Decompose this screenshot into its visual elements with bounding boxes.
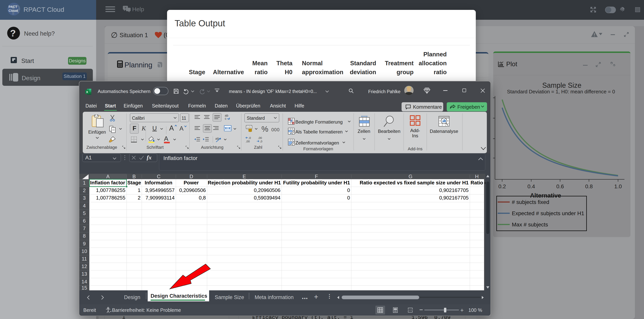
svg-text:0.6: 0.6 — [556, 183, 564, 189]
svg-text:?: ? — [124, 6, 126, 9]
svg-text:0.8: 0.8 — [585, 183, 593, 189]
svg-text:,0: ,0 — [248, 136, 251, 139]
svg-text:0.4: 0.4 — [528, 183, 535, 189]
svg-text:123: 123 — [247, 126, 251, 129]
svg-text:,00: ,00 — [258, 136, 262, 139]
svg-text:ab: ab — [225, 114, 228, 117]
svg-text:,00: ,00 — [246, 140, 250, 143]
svg-text:,0: ,0 — [260, 140, 262, 143]
svg-text:c: c — [225, 117, 226, 120]
svg-text:X: X — [86, 90, 88, 93]
svg-text:1.0: 1.0 — [614, 183, 622, 189]
svg-text:0.2: 0.2 — [498, 183, 506, 189]
